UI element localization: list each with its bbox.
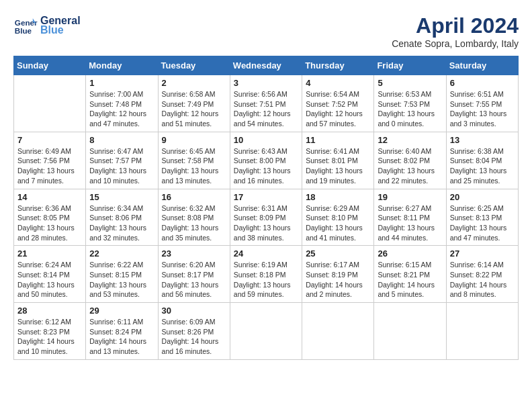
- page-header: General Blue General Blue April 2024 Cen…: [13, 13, 519, 49]
- day-info: Sunrise: 6:32 AM Sunset: 8:08 PM Dayligh…: [162, 203, 226, 243]
- weekday-header-wednesday: Wednesday: [230, 56, 302, 75]
- calendar-day-cell: 24Sunrise: 6:19 AM Sunset: 8:18 PM Dayli…: [230, 246, 302, 303]
- calendar-day-cell: 10Sunrise: 6:43 AM Sunset: 8:00 PM Dayli…: [230, 132, 302, 189]
- calendar-week-row: 7Sunrise: 6:49 AM Sunset: 7:56 PM Daylig…: [14, 132, 519, 189]
- day-number: 24: [234, 248, 298, 259]
- calendar-day-cell: 20Sunrise: 6:25 AM Sunset: 8:13 PM Dayli…: [446, 189, 518, 246]
- day-number: 28: [17, 306, 82, 316]
- calendar-day-cell: 8Sunrise: 6:47 AM Sunset: 7:57 PM Daylig…: [86, 132, 158, 189]
- empty-cell: [302, 303, 374, 360]
- calendar-day-cell: 5Sunrise: 6:53 AM Sunset: 7:53 PM Daylig…: [374, 75, 446, 132]
- day-info: Sunrise: 6:31 AM Sunset: 8:09 PM Dayligh…: [234, 203, 298, 243]
- calendar-week-row: 21Sunrise: 6:24 AM Sunset: 8:14 PM Dayli…: [14, 246, 519, 303]
- day-info: Sunrise: 6:09 AM Sunset: 8:26 PM Dayligh…: [162, 317, 226, 357]
- day-number: 11: [306, 135, 370, 145]
- day-number: 27: [450, 248, 515, 259]
- day-info: Sunrise: 6:20 AM Sunset: 8:17 PM Dayligh…: [162, 260, 226, 300]
- day-number: 25: [306, 248, 370, 259]
- day-number: 6: [450, 78, 515, 88]
- day-info: Sunrise: 6:47 AM Sunset: 7:57 PM Dayligh…: [89, 146, 154, 186]
- calendar-day-cell: 26Sunrise: 6:15 AM Sunset: 8:21 PM Dayli…: [374, 246, 446, 303]
- weekday-header-tuesday: Tuesday: [158, 56, 230, 75]
- calendar-table: SundayMondayTuesdayWednesdayThursdayFrid…: [13, 56, 519, 360]
- day-info: Sunrise: 6:12 AM Sunset: 8:23 PM Dayligh…: [17, 317, 82, 357]
- calendar-day-cell: 11Sunrise: 6:41 AM Sunset: 8:01 PM Dayli…: [302, 132, 374, 189]
- calendar-day-cell: 19Sunrise: 6:27 AM Sunset: 8:11 PM Dayli…: [374, 189, 446, 246]
- day-number: 15: [89, 192, 154, 202]
- day-info: Sunrise: 6:51 AM Sunset: 7:55 PM Dayligh…: [450, 89, 515, 129]
- day-info: Sunrise: 6:25 AM Sunset: 8:13 PM Dayligh…: [450, 203, 515, 243]
- calendar-title: April 2024: [392, 13, 519, 38]
- day-number: 23: [162, 248, 226, 259]
- day-info: Sunrise: 6:58 AM Sunset: 7:49 PM Dayligh…: [162, 89, 226, 129]
- empty-cell: [374, 303, 446, 360]
- calendar-day-cell: 4Sunrise: 6:54 AM Sunset: 7:52 PM Daylig…: [302, 75, 374, 132]
- day-info: Sunrise: 6:19 AM Sunset: 8:18 PM Dayligh…: [234, 260, 298, 300]
- calendar-week-row: 14Sunrise: 6:36 AM Sunset: 8:05 PM Dayli…: [14, 189, 519, 246]
- calendar-day-cell: 13Sunrise: 6:38 AM Sunset: 8:04 PM Dayli…: [446, 132, 518, 189]
- calendar-day-cell: 7Sunrise: 6:49 AM Sunset: 7:56 PM Daylig…: [14, 132, 86, 189]
- day-number: 5: [378, 78, 442, 88]
- day-number: 14: [17, 192, 82, 202]
- day-number: 29: [89, 306, 154, 316]
- calendar-day-cell: 21Sunrise: 6:24 AM Sunset: 8:14 PM Dayli…: [14, 246, 86, 303]
- weekday-header-friday: Friday: [374, 56, 446, 75]
- calendar-week-row: 28Sunrise: 6:12 AM Sunset: 8:23 PM Dayli…: [14, 303, 519, 360]
- day-info: Sunrise: 6:36 AM Sunset: 8:05 PM Dayligh…: [17, 203, 82, 243]
- logo-text: General Blue: [40, 15, 81, 36]
- day-number: 30: [162, 306, 226, 316]
- calendar-day-cell: 29Sunrise: 6:11 AM Sunset: 8:24 PM Dayli…: [86, 303, 158, 360]
- day-info: Sunrise: 6:24 AM Sunset: 8:14 PM Dayligh…: [17, 260, 82, 300]
- calendar-day-cell: 17Sunrise: 6:31 AM Sunset: 8:09 PM Dayli…: [230, 189, 302, 246]
- logo-icon: General Blue: [13, 13, 38, 38]
- empty-cell: [14, 75, 86, 132]
- day-number: 8: [89, 135, 154, 145]
- day-number: 12: [378, 135, 442, 145]
- calendar-day-cell: 30Sunrise: 6:09 AM Sunset: 8:26 PM Dayli…: [158, 303, 230, 360]
- day-info: Sunrise: 6:53 AM Sunset: 7:53 PM Dayligh…: [378, 89, 442, 129]
- svg-text:Blue: Blue: [15, 26, 32, 35]
- day-number: 20: [450, 192, 515, 202]
- day-info: Sunrise: 6:40 AM Sunset: 8:02 PM Dayligh…: [378, 146, 442, 186]
- day-number: 10: [234, 135, 298, 145]
- weekday-header-saturday: Saturday: [446, 56, 518, 75]
- day-info: Sunrise: 6:27 AM Sunset: 8:11 PM Dayligh…: [378, 203, 442, 243]
- day-number: 19: [378, 192, 442, 202]
- weekday-header-thursday: Thursday: [302, 56, 374, 75]
- day-number: 16: [162, 192, 226, 202]
- day-info: Sunrise: 6:43 AM Sunset: 8:00 PM Dayligh…: [234, 146, 298, 186]
- calendar-day-cell: 25Sunrise: 6:17 AM Sunset: 8:19 PM Dayli…: [302, 246, 374, 303]
- day-info: Sunrise: 6:29 AM Sunset: 8:10 PM Dayligh…: [306, 203, 370, 243]
- weekday-header-monday: Monday: [86, 56, 158, 75]
- day-info: Sunrise: 6:15 AM Sunset: 8:21 PM Dayligh…: [378, 260, 442, 300]
- day-number: 3: [234, 78, 298, 88]
- calendar-day-cell: 6Sunrise: 6:51 AM Sunset: 7:55 PM Daylig…: [446, 75, 518, 132]
- day-number: 1: [89, 78, 154, 88]
- day-number: 26: [378, 248, 442, 259]
- calendar-day-cell: 22Sunrise: 6:22 AM Sunset: 8:15 PM Dayli…: [86, 246, 158, 303]
- day-info: Sunrise: 6:56 AM Sunset: 7:51 PM Dayligh…: [234, 89, 298, 129]
- calendar-subtitle: Cenate Sopra, Lombardy, Italy: [392, 38, 519, 49]
- empty-cell: [230, 303, 302, 360]
- calendar-day-cell: 16Sunrise: 6:32 AM Sunset: 8:08 PM Dayli…: [158, 189, 230, 246]
- empty-cell: [446, 303, 518, 360]
- day-number: 2: [162, 78, 226, 88]
- calendar-day-cell: 28Sunrise: 6:12 AM Sunset: 8:23 PM Dayli…: [14, 303, 86, 360]
- logo: General Blue General Blue: [13, 13, 81, 38]
- day-info: Sunrise: 6:11 AM Sunset: 8:24 PM Dayligh…: [89, 317, 154, 357]
- day-info: Sunrise: 6:41 AM Sunset: 8:01 PM Dayligh…: [306, 146, 370, 186]
- calendar-day-cell: 14Sunrise: 6:36 AM Sunset: 8:05 PM Dayli…: [14, 189, 86, 246]
- day-number: 13: [450, 135, 515, 145]
- weekday-header-sunday: Sunday: [14, 56, 86, 75]
- calendar-day-cell: 2Sunrise: 6:58 AM Sunset: 7:49 PM Daylig…: [158, 75, 230, 132]
- day-number: 7: [17, 135, 82, 145]
- day-info: Sunrise: 6:14 AM Sunset: 8:22 PM Dayligh…: [450, 260, 515, 300]
- day-number: 22: [89, 248, 154, 259]
- calendar-week-row: 1Sunrise: 7:00 AM Sunset: 7:48 PM Daylig…: [14, 75, 519, 132]
- calendar-day-cell: 18Sunrise: 6:29 AM Sunset: 8:10 PM Dayli…: [302, 189, 374, 246]
- day-number: 17: [234, 192, 298, 202]
- day-info: Sunrise: 6:38 AM Sunset: 8:04 PM Dayligh…: [450, 146, 515, 186]
- calendar-day-cell: 3Sunrise: 6:56 AM Sunset: 7:51 PM Daylig…: [230, 75, 302, 132]
- day-info: Sunrise: 6:45 AM Sunset: 7:58 PM Dayligh…: [162, 146, 226, 186]
- day-number: 9: [162, 135, 226, 145]
